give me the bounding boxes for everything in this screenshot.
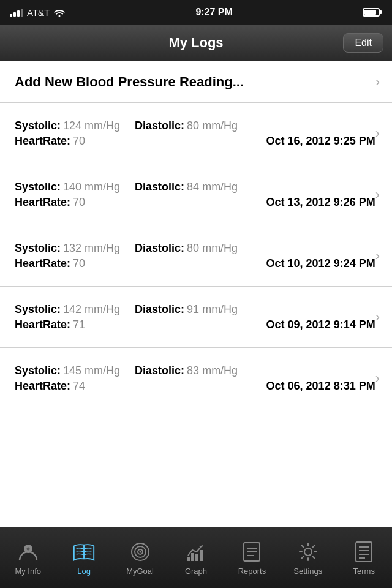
main-content: Add New Blood Pressure Reading... › Syst… <box>0 61 392 527</box>
tab-my-info-label: My Info <box>15 567 41 576</box>
nav-title: My Logs <box>168 35 223 51</box>
add-row-chevron: › <box>375 74 380 90</box>
reading-hr-line: HeartRate: 71 Oct 09, 2012 9:14 PM <box>15 318 375 331</box>
diastolic-value: 91 mm/Hg <box>187 303 238 316</box>
my-goal-icon <box>128 540 153 564</box>
reading-date: Oct 06, 2012 8:31 PM <box>266 380 375 393</box>
reading-vitals-line: Systolic: 124 mm/Hg Diastolic: 80 mm/Hg <box>15 119 375 132</box>
svg-rect-10 <box>200 550 203 561</box>
status-time: 9:27 PM <box>195 7 232 18</box>
reading-row[interactable]: Systolic: 145 mm/Hg Diastolic: 83 mm/Hg … <box>0 348 392 409</box>
wifi-icon <box>53 7 66 17</box>
add-reading-row[interactable]: Add New Blood Pressure Reading... › <box>0 61 392 103</box>
reading-chevron: › <box>375 187 380 203</box>
battery-icon <box>363 8 382 17</box>
systolic-label: Systolic: <box>15 303 61 316</box>
reading-hr-line: HeartRate: 70 Oct 13, 2012 9:26 PM <box>15 196 375 209</box>
my-info-icon <box>16 540 40 564</box>
reading-content: Systolic: 142 mm/Hg Diastolic: 91 mm/Hg … <box>15 303 375 331</box>
signal-bars-icon <box>10 9 23 17</box>
tab-terms-label: Terms <box>353 567 375 576</box>
reading-vitals-line: Systolic: 142 mm/Hg Diastolic: 91 mm/Hg <box>15 303 375 316</box>
systolic-value: 145 mm/Hg <box>63 364 120 377</box>
reports-icon <box>239 540 264 564</box>
reading-content: Systolic: 145 mm/Hg Diastolic: 83 mm/Hg … <box>15 364 375 393</box>
status-bar: AT&T 9:27 PM <box>0 0 392 24</box>
diastolic-value: 80 mm/Hg <box>187 242 238 255</box>
carrier-label: AT&T <box>27 7 50 18</box>
tab-log-label: Log <box>77 567 91 576</box>
tab-bar: My Info Log <box>0 527 392 588</box>
svg-rect-8 <box>191 553 194 561</box>
status-right <box>363 8 382 17</box>
reading-date: Oct 09, 2012 9:14 PM <box>266 318 375 331</box>
nav-bar: My Logs Edit <box>0 24 392 61</box>
svg-rect-16 <box>356 542 372 562</box>
systolic-value: 132 mm/Hg <box>63 242 120 255</box>
tab-log[interactable]: Log <box>56 527 111 588</box>
reading-hr-line: HeartRate: 74 Oct 06, 2012 8:31 PM <box>15 380 375 393</box>
svg-point-6 <box>139 551 141 553</box>
systolic-value: 142 mm/Hg <box>63 303 120 316</box>
systolic-label: Systolic: <box>15 364 61 377</box>
heart-rate-label: HeartRate: <box>15 196 70 209</box>
reading-row[interactable]: Systolic: 142 mm/Hg Diastolic: 91 mm/Hg … <box>0 287 392 348</box>
tab-terms[interactable]: Terms <box>336 527 392 588</box>
svg-point-1 <box>26 548 29 551</box>
heart-rate-value: 70 <box>73 196 85 209</box>
tab-reports-label: Reports <box>238 567 266 576</box>
tab-settings[interactable]: Settings <box>280 527 336 588</box>
systolic-label: Systolic: <box>15 242 61 255</box>
readings-list: Systolic: 124 mm/Hg Diastolic: 80 mm/Hg … <box>0 103 392 409</box>
systolic-label: Systolic: <box>15 119 61 132</box>
diastolic-label: Diastolic: <box>135 242 184 255</box>
reading-vitals-line: Systolic: 132 mm/Hg Diastolic: 80 mm/Hg <box>15 242 375 255</box>
reading-date: Oct 16, 2012 9:25 PM <box>266 135 375 148</box>
graph-icon <box>184 540 208 564</box>
heart-rate-label: HeartRate: <box>15 135 70 148</box>
reading-chevron: › <box>375 309 380 325</box>
reading-chevron: › <box>375 248 380 264</box>
reading-hr-line: HeartRate: 70 Oct 16, 2012 9:25 PM <box>15 135 375 148</box>
reading-vitals-line: Systolic: 145 mm/Hg Diastolic: 83 mm/Hg <box>15 364 375 377</box>
heart-rate-label: HeartRate: <box>15 318 70 331</box>
diastolic-value: 84 mm/Hg <box>187 181 238 194</box>
heart-rate-value: 71 <box>73 318 85 331</box>
tab-my-info[interactable]: My Info <box>0 527 56 588</box>
heart-rate-value: 70 <box>73 135 85 148</box>
heart-rate-value: 70 <box>73 257 85 270</box>
diastolic-label: Diastolic: <box>135 303 184 316</box>
reading-date: Oct 10, 2012 9:24 PM <box>266 257 375 270</box>
tab-graph[interactable]: Graph <box>168 527 224 588</box>
reading-row[interactable]: Systolic: 140 mm/Hg Diastolic: 84 mm/Hg … <box>0 164 392 225</box>
svg-rect-9 <box>195 554 198 561</box>
diastolic-label: Diastolic: <box>135 181 184 194</box>
tab-my-goal[interactable]: MyGoal <box>112 527 168 588</box>
reading-date: Oct 13, 2012 9:26 PM <box>266 196 375 209</box>
heart-rate-label: HeartRate: <box>15 257 70 270</box>
log-icon <box>72 540 96 564</box>
diastolic-value: 80 mm/Hg <box>187 119 238 132</box>
reading-row[interactable]: Systolic: 132 mm/Hg Diastolic: 80 mm/Hg … <box>0 225 392 287</box>
reading-content: Systolic: 140 mm/Hg Diastolic: 84 mm/Hg … <box>15 181 375 209</box>
systolic-value: 140 mm/Hg <box>63 181 120 194</box>
svg-point-15 <box>304 548 312 556</box>
svg-rect-7 <box>187 557 190 561</box>
diastolic-label: Diastolic: <box>135 119 184 132</box>
heart-rate-label: HeartRate: <box>15 380 70 393</box>
reading-content: Systolic: 132 mm/Hg Diastolic: 80 mm/Hg … <box>15 242 375 270</box>
systolic-value: 124 mm/Hg <box>63 119 120 132</box>
reading-chevron: › <box>375 371 380 386</box>
status-left: AT&T <box>10 7 66 18</box>
reading-hr-line: HeartRate: 70 Oct 10, 2012 9:24 PM <box>15 257 375 270</box>
tab-reports[interactable]: Reports <box>224 527 280 588</box>
reading-chevron: › <box>375 126 380 141</box>
tab-my-goal-label: MyGoal <box>126 567 154 576</box>
tab-settings-label: Settings <box>293 567 322 576</box>
reading-row[interactable]: Systolic: 124 mm/Hg Diastolic: 80 mm/Hg … <box>0 103 392 164</box>
settings-icon <box>296 540 320 564</box>
heart-rate-value: 74 <box>73 380 85 393</box>
reading-content: Systolic: 124 mm/Hg Diastolic: 80 mm/Hg … <box>15 119 375 148</box>
edit-button[interactable]: Edit <box>343 33 383 53</box>
terms-icon <box>352 540 376 564</box>
